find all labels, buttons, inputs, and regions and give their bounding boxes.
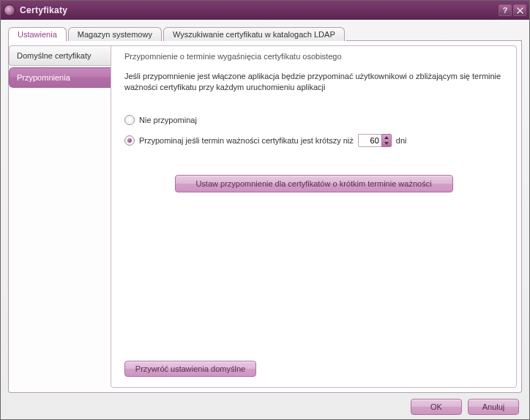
spinner-buttons[interactable]: [381, 134, 392, 147]
close-button[interactable]: [513, 4, 526, 16]
ok-button[interactable]: OK: [411, 399, 462, 415]
set-reminder-button[interactable]: Ustaw przypomnienie dla certyfikatów o k…: [175, 175, 453, 192]
group-title: Przypomnienie o terminie wygaśnięcia cer…: [124, 52, 503, 61]
radio-none[interactable]: [124, 115, 135, 125]
spinner-down[interactable]: [382, 140, 391, 146]
radio-days[interactable]: [124, 135, 135, 146]
tab-system-store[interactable]: Magazyn systemowy: [68, 27, 162, 41]
content-frame: Przypomnienie o terminie wygaśnięcia cer…: [111, 45, 517, 388]
sidebar: Domyślne certyfikaty Przypomnienia: [9, 45, 111, 388]
radio-row-days[interactable]: Przypominaj jeśli termin ważności certyf…: [124, 134, 503, 147]
cancel-button[interactable]: Anuluj: [468, 399, 519, 415]
top-tabs: Ustawienia Magazyn systemowy Wyszukiwani…: [8, 27, 522, 41]
restore-defaults-button[interactable]: Przywróć ustawienia domyślne: [124, 361, 256, 377]
days-spinner[interactable]: [358, 134, 392, 147]
tab-panel: Domyślne certyfikaty Przypomnienia Przyp…: [8, 41, 522, 393]
radio-days-label-suffix: dni: [396, 136, 407, 145]
days-input[interactable]: [358, 134, 381, 147]
certificates-dialog: Certyfikaty ? Ustawienia Magazyn systemo…: [0, 0, 530, 420]
radio-days-label-prefix: Przypominaj jeśli termin ważności certyf…: [139, 136, 354, 145]
radio-row-none[interactable]: Nie przypominaj: [124, 115, 503, 125]
tab-settings[interactable]: Ustawienia: [8, 27, 67, 42]
radio-none-label: Nie przypominaj: [139, 116, 197, 124]
window-title: Certyfikaty: [20, 5, 497, 15]
sidebar-item-default-certs[interactable]: Domyślne certyfikaty: [9, 45, 111, 66]
group-description: Jeśli przypomnienie jest włączone aplika…: [124, 71, 503, 93]
titlebar: Certyfikaty ?: [1, 1, 529, 20]
dialog-footer: OK Anuluj: [8, 399, 522, 415]
sidebar-item-reminders[interactable]: Przypomnienia: [9, 67, 111, 88]
body: Ustawienia Magazyn systemowy Wyszukiwani…: [1, 20, 529, 419]
tab-ldap-search[interactable]: Wyszukiwanie certyfikatu w katalogach LD…: [163, 27, 345, 41]
spinner-up[interactable]: [382, 135, 391, 140]
app-icon: [4, 4, 15, 16]
help-button[interactable]: ?: [499, 4, 512, 16]
